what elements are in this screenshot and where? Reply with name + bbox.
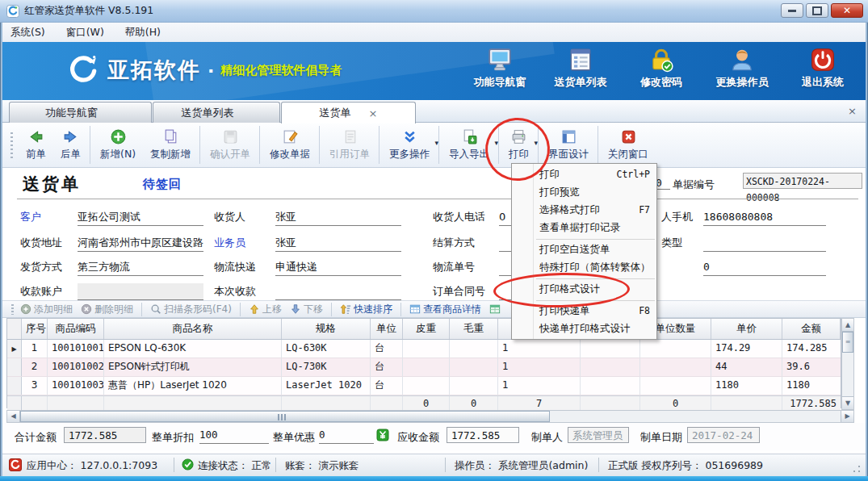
col-gross[interactable]: 毛重 xyxy=(450,319,498,339)
print-menu-item[interactable]: 打印快递单 F8 xyxy=(512,302,656,320)
payment-now-field[interactable] xyxy=(275,283,401,300)
toolbar-button-label: 新增(N) xyxy=(100,148,136,161)
toolbar-button[interactable]: 更多操作 ▾ xyxy=(379,126,437,164)
row-selector[interactable] xyxy=(7,340,22,358)
print-menu-item[interactable]: 打印 Ctrl+P xyxy=(512,165,656,183)
discount-field[interactable]: 100 xyxy=(199,427,269,444)
discount-label: 整单折扣 xyxy=(152,430,194,445)
tab[interactable]: 送货单列表 xyxy=(153,102,280,123)
receiver-field[interactable]: 张亚 xyxy=(275,209,401,226)
table-row[interactable]: 1 100101001 EPSON LQ-630K LQ-630K 台 1 17… xyxy=(7,340,841,358)
ship-method-field[interactable]: 第三方物流 xyxy=(78,259,203,276)
resize-grip[interactable] xyxy=(853,465,861,473)
col-unit[interactable]: 单位 xyxy=(371,319,403,339)
toolbar-grip[interactable] xyxy=(10,132,13,158)
detail-toolbar-button[interactable] xyxy=(489,303,503,315)
banner-action[interactable]: 修改密码 xyxy=(630,47,693,90)
hscroll-thumb[interactable] xyxy=(20,411,550,422)
add-icon xyxy=(110,128,127,145)
col-name[interactable]: 商品名称 xyxy=(104,319,282,339)
print-menu-item[interactable]: 快递单打印格式设计 xyxy=(512,320,656,337)
col-price[interactable]: 单价 xyxy=(711,319,782,339)
banner-action[interactable]: 退出系统 xyxy=(791,47,854,90)
table-row[interactable]: 3 100101003 惠普（HP）LaserJet 1020 LaserJet… xyxy=(7,377,841,395)
scroll-up-icon[interactable]: ▲ xyxy=(842,319,853,332)
minimize-button[interactable] xyxy=(781,3,803,18)
banner-action[interactable]: 更换操作员 xyxy=(711,47,774,90)
toolbar-button[interactable]: 关闭窗口 ▾ xyxy=(598,126,656,164)
restore-button[interactable] xyxy=(806,3,828,18)
row-selector[interactable] xyxy=(7,377,22,395)
print-menu-item[interactable]: 打印格式设计 xyxy=(512,280,656,298)
cell-seq: 3 xyxy=(22,377,48,395)
toolbar-button[interactable]: 新增(N) ▾ xyxy=(90,126,143,164)
type-field[interactable] xyxy=(703,235,826,252)
brand-logo-icon xyxy=(65,53,99,87)
vscroll-thumb[interactable]: ≡ xyxy=(842,332,853,353)
tabstrip-close-icon[interactable]: × xyxy=(848,105,860,117)
tab-close-icon[interactable]: × xyxy=(369,107,378,119)
print-menu-item[interactable]: 打印预览 xyxy=(512,183,656,201)
tab[interactable]: 功能导航窗 xyxy=(9,102,152,123)
table-hscrollbar[interactable]: ◀ ▶ xyxy=(6,410,854,423)
print-menu-item[interactable]: 特殊打印（简体转繁体） xyxy=(512,258,656,276)
app-center-status: 应用中心： 127.0.0.1:7093 xyxy=(27,459,157,473)
detail-toolbar-button[interactable]: 添加明细 xyxy=(20,303,73,316)
table-vscrollbar[interactable]: ▲ ≡ ▼ xyxy=(841,318,854,410)
detail-toolbar-button[interactable]: 下移 xyxy=(290,303,323,316)
receiver-mobile-field[interactable]: 18608080808 xyxy=(703,209,826,226)
toolbar-button[interactable]: 引用订单 ▾ xyxy=(319,126,377,164)
cell-code: 100101001 xyxy=(48,340,104,358)
toolbar-button[interactable]: 前单 ▾ xyxy=(19,126,53,164)
toolbar-button[interactable]: 确认开单 ▾ xyxy=(199,126,258,164)
extra-number-field[interactable]: 0 xyxy=(703,259,826,276)
scroll-right-icon[interactable]: ▶ xyxy=(841,411,853,422)
menu-item[interactable]: 系统(S) xyxy=(10,26,45,40)
toolbar-button[interactable]: 界面设计 ▾ xyxy=(538,126,596,164)
detail-toolbar-button[interactable]: 上移 xyxy=(240,303,282,316)
salesman-field[interactable]: 张亚 xyxy=(275,235,401,252)
row-selector[interactable] xyxy=(7,358,22,376)
toolbar-button[interactable]: 修改单据 ▾ xyxy=(259,126,317,164)
scroll-left-icon[interactable]: ◀ xyxy=(7,411,20,422)
coupon-field[interactable]: 0 xyxy=(319,427,374,444)
receive-account-field[interactable] xyxy=(78,283,203,300)
print-menu-item[interactable]: 打印空白送货单 xyxy=(512,240,656,258)
toolbar-button[interactable]: 打印 ▾ xyxy=(498,126,536,164)
banner-action[interactable]: 功能导航窗 xyxy=(468,47,531,90)
address-field[interactable]: 河南省郑州市中原区建设路 xyxy=(78,235,203,252)
menu-item-label: 打印快递单 xyxy=(539,304,639,318)
col-spec[interactable]: 规格 xyxy=(282,319,371,339)
col-code[interactable]: 商品编码 xyxy=(48,319,104,339)
detail-toolbar-button[interactable]: 删除明细 xyxy=(81,303,133,316)
copy-icon xyxy=(162,128,179,145)
menu-item[interactable]: 帮助(H) xyxy=(125,26,161,40)
banner-action[interactable]: 送货单列表 xyxy=(549,47,612,90)
banner-action-label: 送货单列表 xyxy=(555,75,607,90)
customer-field[interactable]: 亚拓公司测试 xyxy=(78,209,203,226)
col-tare[interactable]: 皮重 xyxy=(403,319,450,339)
toolbar-button[interactable]: 导入导出 ▾ xyxy=(438,126,497,164)
menu-item-label: 查看单据打印记录 xyxy=(539,221,650,235)
close-button[interactable]: ✕ xyxy=(831,3,863,18)
print-menu-item[interactable]: 查看单据打印记录 xyxy=(512,219,656,236)
tab[interactable]: 送货单 × xyxy=(281,102,416,123)
detail-toolbar-grip[interactable] xyxy=(11,304,14,315)
print-count-fragment: 0 xyxy=(656,177,670,190)
logistics-field[interactable]: 申通快递 xyxy=(275,259,401,276)
col-amount[interactable]: 金额 xyxy=(782,319,841,339)
col-seq[interactable]: 序号 xyxy=(22,319,48,339)
menu-item[interactable]: 窗口(W) xyxy=(66,26,104,40)
barcode-scan-icon xyxy=(150,303,164,315)
import-export-icon xyxy=(461,128,478,145)
detail-toolbar-button[interactable]: 扫描条形码(F4) xyxy=(141,303,232,316)
cell-gross xyxy=(450,377,498,395)
print-menu-item[interactable]: 选择格式打印 F7 xyxy=(512,201,656,219)
table-row[interactable]: 2 100101002 EPSON针式打印机 LQ-730K 台 1 44 39… xyxy=(7,358,841,377)
detail-toolbar-button[interactable]: 查看商品详情 xyxy=(400,303,481,316)
toolbar-button[interactable]: 后单 ▾ xyxy=(53,126,88,164)
toolbar-button[interactable]: 复制新增 ▾ xyxy=(143,126,198,164)
cell-code: 100101003 xyxy=(48,377,104,395)
detail-toolbar-button[interactable]: 快速排序 xyxy=(331,303,392,316)
scroll-down-icon[interactable]: ▼ xyxy=(842,396,853,409)
